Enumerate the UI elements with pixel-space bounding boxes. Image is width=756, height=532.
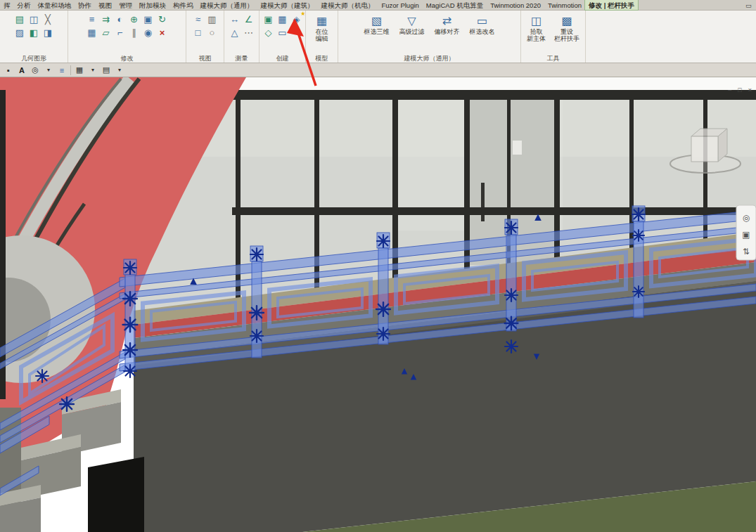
measure-more-icon[interactable]: ⋯	[242, 26, 256, 39]
panel-model: ▦ 在位 编辑 模型	[306, 11, 338, 63]
measure-angle-icon[interactable]: ∠	[242, 13, 256, 26]
viewport-3d[interactable]: – □ ×	[0, 77, 756, 532]
trim-icon[interactable]: ⌐	[113, 26, 127, 39]
minimize-view-icon[interactable]: –	[728, 86, 731, 93]
quickbar-separator	[70, 65, 71, 75]
cut-icon[interactable]: ╳	[41, 13, 55, 26]
ribbon-state-icon[interactable]: ▭	[741, 0, 756, 10]
grid-dropdown-icon[interactable]: ▾	[88, 65, 98, 76]
panel-geometry: ▤ ◫ ╳ ▨ ◧ ◨ 几何图形	[0, 11, 68, 63]
tab-twinmotion[interactable]: Twinmotion	[544, 0, 585, 10]
copy-icon[interactable]: ▣	[141, 13, 155, 26]
navigation-toolbar[interactable]: ◎ ▣ ⇅	[736, 205, 756, 260]
box-rename-button[interactable]: ▭ 框选改名	[467, 13, 498, 37]
array-icon[interactable]: ▦	[85, 26, 99, 39]
panel-mjds-general: ▧ 框选三维 ▽ 高级过滤 ⇄ 偏移对齐 ▭ 框选改名 建模大师（通用）	[338, 11, 521, 63]
nav-wheel-icon[interactable]: ◎	[743, 213, 750, 223]
panel-mjds-general-label: 建模大师（通用）	[338, 54, 520, 63]
box-select-3d-button[interactable]: ▧ 框选三维	[361, 13, 392, 37]
advanced-filter-button[interactable]: ▽ 高级过滤	[397, 13, 428, 37]
view-control-bar: ▪ A ◎ ▾ ≡ ▦ ▾ ▤ ▾	[0, 63, 756, 77]
panel-geometry-label: 几何图形	[0, 54, 68, 63]
tab-manage[interactable]: 管理	[115, 0, 136, 10]
tab-magicad[interactable]: MagiCAD 机电算量	[423, 0, 487, 10]
create-misc-icon[interactable]: ▫	[290, 26, 304, 39]
pick-new-host-label-1: 拾取	[530, 28, 543, 35]
advanced-filter-label: 高级过滤	[399, 28, 425, 35]
nav-pan-icon[interactable]: ⇅	[743, 247, 750, 257]
render-icon[interactable]: ○	[205, 26, 219, 39]
tab-addins[interactable]: 附加模块	[136, 0, 169, 10]
paste-icon[interactable]: ▤	[13, 13, 27, 26]
tab-component-dock[interactable]: 构件坞	[169, 0, 197, 10]
create-view-icon[interactable]: ▭	[276, 26, 290, 39]
tab-massing-site[interactable]: 体量和场地	[34, 0, 75, 10]
restore-view-icon[interactable]: □	[738, 86, 741, 93]
advanced-filter-icon: ▽	[407, 14, 416, 28]
tab-mjds-general[interactable]: 建模大师（通用）	[197, 0, 257, 10]
box-rename-label: 框选改名	[470, 28, 495, 35]
panel-measure: ↔ ∠ △ ⋯ 测量	[224, 11, 260, 63]
nav-cube-icon[interactable]: ▣	[742, 230, 750, 240]
panel-measure-label: 测量	[224, 54, 259, 63]
viewport-3d-scene[interactable]: ◎ ▣ ⇅	[0, 77, 756, 532]
unjoin-geometry-icon[interactable]: ◨	[41, 26, 55, 39]
match-icon[interactable]: ▨	[13, 26, 27, 39]
reset-railing-icon: ▩	[561, 14, 572, 28]
panel-tools-label: 工具	[521, 54, 585, 63]
mirror-icon[interactable]: ◐	[113, 13, 127, 26]
split-icon[interactable]: ∥	[127, 26, 141, 39]
pick-new-host-button[interactable]: ◫ 拾取 新主体	[524, 13, 549, 44]
create-group-icon[interactable]: ◇	[262, 26, 276, 39]
close-view-icon[interactable]: ×	[748, 86, 752, 93]
delete-icon[interactable]: ×	[155, 26, 169, 39]
view-window-controls: – □ ×	[728, 86, 752, 93]
folder-icon[interactable]: ▤	[101, 65, 111, 76]
tab-view[interactable]: 视图	[95, 0, 115, 10]
tab-mjds-arch[interactable]: 建模大师（建筑）	[257, 0, 318, 10]
reset-railing-button[interactable]: ▩ 重设 栏杆扶手	[551, 13, 582, 44]
hidden-lines-icon[interactable]: ▥	[205, 13, 219, 26]
create-similar-icon[interactable]: ◈★	[290, 13, 304, 26]
offset-align-label: 偏移对齐	[435, 28, 460, 35]
rotate-icon[interactable]: ↻	[155, 13, 169, 26]
grid-icon[interactable]: ▦	[75, 65, 84, 76]
ribbon-tab-bar: 挥 分析 体量和场地 协作 视图 管理 附加模块 构件坞 建模大师（通用） 建模…	[0, 0, 756, 11]
pick-new-host-label-2: 新主体	[527, 35, 546, 42]
globe-dropdown-icon[interactable]: ▾	[44, 65, 53, 76]
create-assembly-icon[interactable]: ▣	[262, 13, 276, 26]
text-style-icon[interactable]: A	[17, 65, 27, 76]
reset-railing-label-1: 重设	[560, 28, 573, 35]
thin-lines-icon[interactable]: ≈	[191, 13, 205, 26]
panel-modify: ≡ ⇉ ◐ ⊕ ▣ ↻ ▦ ▱ ⌐ ∥ ◉ × 修改	[68, 11, 186, 63]
tab-mjds-mep[interactable]: 建模大师（机电）	[318, 0, 378, 10]
tab-fuzor[interactable]: Fuzor Plugin	[378, 0, 423, 10]
measure-length-icon[interactable]: ↔	[228, 13, 242, 26]
measure-triangle-icon[interactable]: △	[228, 26, 242, 39]
move-icon[interactable]: ⊕	[127, 13, 141, 26]
scale-icon[interactable]: ▱	[99, 26, 113, 39]
inplace-edit-icon: ▦	[316, 14, 327, 28]
folder-dropdown-icon[interactable]: ▾	[115, 65, 124, 76]
tab-modify-railings[interactable]: 修改 | 栏杆扶手	[585, 0, 638, 10]
offset-align-button[interactable]: ⇄ 偏移对齐	[432, 13, 463, 37]
offset-align-icon: ⇄	[442, 14, 451, 28]
join-geometry-icon[interactable]: ◧	[27, 26, 41, 39]
ribbon: ▤ ◫ ╳ ▨ ◧ ◨ 几何图形 ≡ ⇉ ◐ ⊕ ▣ ↻ ▦ ▱ ⌐ ∥ ◉ ×…	[0, 11, 756, 63]
reset-railing-label-2: 栏杆扶手	[554, 35, 579, 42]
tab-analysis[interactable]: 分析	[14, 0, 34, 10]
tab-partial[interactable]: 挥	[0, 0, 14, 10]
glue-icon[interactable]: ◫	[27, 13, 41, 26]
section-box-icon[interactable]: □	[191, 26, 205, 39]
list-icon[interactable]: ≡	[57, 65, 67, 76]
pin-icon[interactable]: ◉	[141, 26, 155, 39]
ribbon-empty-area	[586, 11, 756, 63]
align-icon[interactable]: ≡	[85, 13, 99, 26]
view-box-icon[interactable]: ▪	[4, 65, 13, 76]
create-parts-icon[interactable]: ▦	[276, 13, 290, 26]
offset-icon[interactable]: ⇉	[99, 13, 113, 26]
globe-icon[interactable]: ◎	[30, 65, 40, 76]
inplace-edit-button[interactable]: ▦ 在位 编辑	[313, 13, 331, 44]
tab-twinmotion-2020[interactable]: Twinmotion 2020	[487, 0, 544, 10]
tab-collaborate[interactable]: 协作	[75, 0, 95, 10]
